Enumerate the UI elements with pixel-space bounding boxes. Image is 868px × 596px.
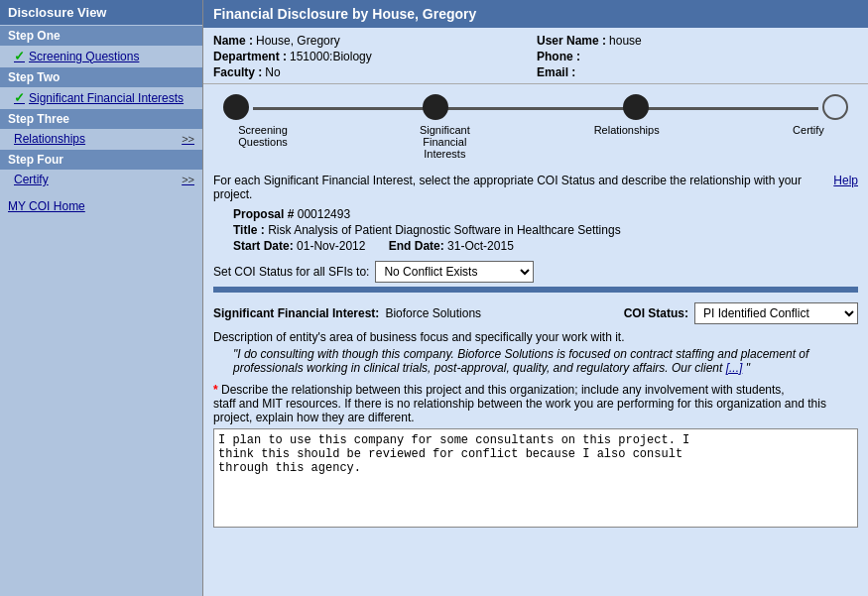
step-four-header: Step Four (0, 150, 202, 170)
sfi-coi-label: COI Status: (624, 306, 688, 320)
required-star: * (213, 383, 218, 397)
arrow-icon-relationships: >> (182, 133, 194, 145)
progress-label-certify: Certify (769, 124, 848, 160)
sfi-section: Significant Financial Interest: Bioforce… (213, 297, 858, 534)
progress-step-screening (223, 94, 249, 120)
name-value: House, Gregory (256, 34, 340, 48)
sidebar-title: Disclosure View (0, 0, 202, 25)
progress-section: Screening Questions Significant Financia… (203, 84, 868, 166)
coi-status-select-all[interactable]: No Conflict Exists PI Identified Conflic… (375, 261, 534, 283)
relationship-question: * Describe the relationship between this… (213, 383, 858, 424)
dept-value: 151000:Biology (290, 50, 372, 63)
name-label: Name : (213, 34, 253, 48)
step-three-header: Step Three (0, 109, 202, 129)
check-icon-sfi: ✓ (14, 90, 25, 105)
sfi-divider-bar (213, 287, 858, 293)
progress-label-screening: Screening Questions (223, 124, 303, 160)
progress-label-sfi: Significant Financial Interests (405, 124, 484, 160)
coi-status-label: Set COI Status for all SFIs to: (213, 265, 369, 279)
circle-certify (822, 94, 848, 120)
description-end: " (746, 361, 750, 375)
faculty-label: Faculty : (213, 65, 262, 79)
coi-status-row: Set COI Status for all SFIs to: No Confl… (213, 261, 858, 283)
proposal-end-label: End Date: (389, 239, 444, 253)
content-area: For each Significant Financial Interest,… (203, 166, 868, 596)
phone-label: Phone : (537, 50, 580, 63)
relationship-textarea-container (213, 428, 858, 528)
progress-step-sfi (423, 94, 448, 120)
page-title: Financial Disclosure by House, Gregory (203, 0, 868, 28)
faculty-value: No (265, 65, 280, 79)
sfi-company: Bioforce Solutions (385, 306, 481, 320)
description-text: "I do consulting with though this compan… (233, 347, 858, 375)
help-link[interactable]: Help (833, 174, 858, 207)
description-more-link[interactable]: [...] (726, 361, 743, 375)
proposal-title-label: Title : (233, 223, 265, 237)
circle-screening (223, 94, 249, 120)
proposal-start-label: Start Date: (233, 239, 294, 253)
proposal-number-label: Proposal # (233, 207, 294, 221)
sidebar-item-screening[interactable]: ✓ Screening Questions (0, 46, 202, 66)
proposal-number-value: 00012493 (298, 207, 350, 221)
progress-step-certify (822, 94, 848, 120)
proposal-info: Proposal # 00012493 Title : Risk Analysi… (233, 207, 858, 253)
email-label: Email : (537, 65, 575, 79)
info-section: Name : House, Gregory User Name : house … (203, 28, 868, 84)
proposal-start-value: 01-Nov-2012 (297, 239, 365, 253)
username-value: house (609, 34, 642, 48)
step-two-header: Step Two (0, 67, 202, 87)
description-label: Description of entity's area of business… (213, 330, 858, 344)
step-one-header: Step One (0, 26, 202, 46)
sfi-title-row: Significant Financial Interest: Bioforce… (213, 302, 858, 324)
sidebar-item-sfi[interactable]: ✓ Significant Financial Interests (0, 87, 202, 108)
username-label: User Name : (537, 34, 606, 48)
proposal-title-value: Risk Analysis of Patient Diagnostic Soft… (268, 223, 621, 237)
progress-step-relationships (623, 94, 649, 120)
check-icon: ✓ (14, 49, 25, 63)
sfi-coi-select[interactable]: No Conflict Exists PI Identified Conflic… (694, 302, 858, 324)
progress-label-relationships: Relationships (587, 124, 667, 160)
proposal-end-value: 31-Oct-2015 (447, 239, 514, 253)
my-coi-home-link[interactable]: MY COI Home (0, 193, 202, 219)
circle-sfi (423, 94, 448, 120)
description-section: Description of entity's area of business… (213, 330, 858, 375)
relationship-textarea[interactable] (214, 429, 857, 524)
instruction-text: For each Significant Financial Interest,… (213, 174, 833, 201)
sidebar-item-certify[interactable]: Certify >> (0, 170, 202, 189)
sidebar-item-relationships[interactable]: Relationships >> (0, 129, 202, 149)
arrow-icon-certify: >> (182, 174, 194, 185)
dept-label: Department : (213, 50, 287, 63)
sfi-title: Significant Financial Interest: (213, 306, 379, 320)
circle-relationships (623, 94, 649, 120)
